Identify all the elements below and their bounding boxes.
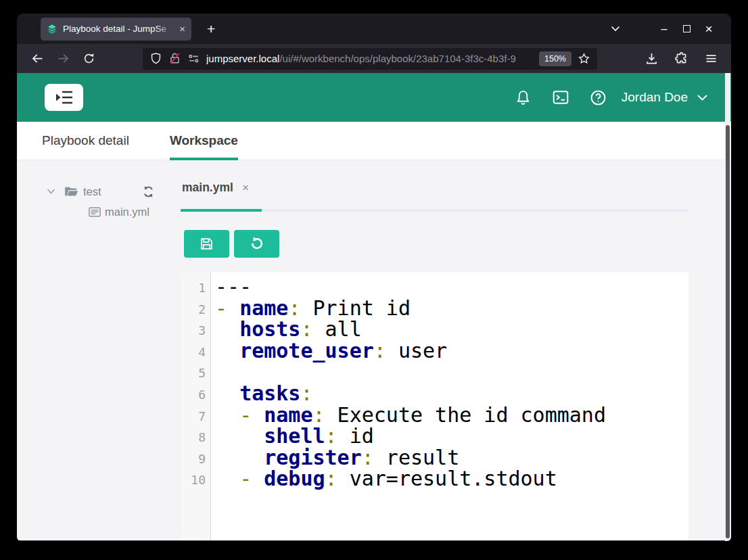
scrollbar-thumb[interactable] bbox=[726, 125, 730, 538]
window-maximize-button[interactable] bbox=[678, 20, 695, 38]
web-terminal-icon[interactable] bbox=[552, 89, 569, 106]
new-tab-button[interactable]: + bbox=[203, 20, 219, 37]
url-bar[interactable]: jumpserver.local/ui/#/workbench/ops/play… bbox=[143, 48, 597, 70]
code-line[interactable]: hosts: all bbox=[215, 319, 688, 340]
folder-open-icon bbox=[64, 186, 78, 197]
code-line[interactable]: register: result bbox=[215, 447, 688, 469]
editor-tab-underline-track bbox=[181, 209, 688, 212]
sidebar-toggle-icon bbox=[55, 90, 74, 105]
code-line[interactable]: --- bbox=[215, 276, 688, 298]
tab-list-chevron-icon[interactable] bbox=[607, 20, 624, 38]
notification-bell-icon[interactable] bbox=[515, 89, 532, 106]
url-host: jumpserver.local bbox=[206, 53, 279, 64]
line-number: 8 bbox=[181, 427, 206, 448]
editor-panel: main.yml × bbox=[181, 160, 688, 540]
editor-tab-underline bbox=[181, 209, 262, 212]
tab-workspace-label: Workspace bbox=[170, 133, 238, 148]
code-line[interactable] bbox=[215, 361, 688, 383]
help-icon[interactable] bbox=[590, 89, 607, 106]
editor-tab-close-icon[interactable]: × bbox=[242, 182, 249, 193]
tree-file-label: main.yml bbox=[105, 206, 149, 218]
reload-button[interactable] bbox=[78, 49, 99, 69]
tab-close-icon[interactable]: × bbox=[179, 24, 185, 34]
extensions-puzzle-icon[interactable] bbox=[670, 49, 692, 69]
line-number: 1 bbox=[181, 277, 206, 299]
code-line[interactable]: tasks: bbox=[215, 383, 688, 404]
editor-gutter: 12345678910 bbox=[181, 272, 211, 540]
line-number: 4 bbox=[181, 342, 206, 363]
tree-folder-row[interactable]: test bbox=[17, 183, 181, 200]
shield-icon[interactable] bbox=[149, 52, 162, 65]
bookmark-star-icon[interactable] bbox=[578, 52, 590, 65]
browser-tab-playbook-detail[interactable]: Playbook detail - JumpSe × bbox=[41, 18, 191, 41]
line-number: 6 bbox=[181, 384, 206, 406]
tree-folder-label: test bbox=[83, 185, 101, 198]
undo-icon bbox=[250, 236, 264, 251]
code-lines[interactable]: ---- name: Print id hosts: all remote_us… bbox=[211, 272, 688, 540]
app-header: Jordan Doe bbox=[17, 73, 731, 122]
workspace-content: test bbox=[17, 160, 731, 540]
tab-workspace[interactable]: Workspace bbox=[170, 122, 238, 160]
save-floppy-icon bbox=[200, 237, 214, 251]
tree-chevron-down-icon[interactable] bbox=[47, 189, 55, 194]
downloads-button[interactable] bbox=[640, 49, 662, 69]
browser-tab-title: Playbook detail - JumpSe bbox=[63, 24, 175, 34]
line-number: 10 bbox=[181, 469, 206, 491]
browser-toolbar: jumpserver.local/ui/#/workbench/ops/play… bbox=[17, 44, 731, 73]
user-chevron-down-icon[interactable] bbox=[697, 94, 708, 101]
menu-hamburger-icon[interactable] bbox=[700, 49, 722, 69]
url-text: jumpserver.local/ui/#/workbench/ops/play… bbox=[206, 53, 535, 64]
revert-button[interactable] bbox=[234, 230, 279, 258]
code-line[interactable]: remote_user: user bbox=[215, 340, 688, 362]
lock-broken-icon[interactable] bbox=[168, 52, 181, 65]
refresh-icon[interactable] bbox=[142, 185, 155, 198]
code-line[interactable]: - debug: var=result.stdout bbox=[215, 468, 688, 490]
window-minimize-button[interactable]: – bbox=[655, 20, 673, 38]
editor-tab-bar: main.yml × bbox=[181, 160, 688, 195]
line-number: 9 bbox=[181, 448, 206, 470]
code-line[interactable]: - name: Print id bbox=[215, 298, 688, 319]
line-number: 3 bbox=[181, 320, 206, 342]
save-button[interactable] bbox=[184, 230, 229, 258]
editor-tab-mainyml[interactable]: main.yml bbox=[182, 181, 233, 195]
desktop-background: Playbook detail - JumpSe × + – × bbox=[0, 0, 748, 560]
window-close-button[interactable]: × bbox=[700, 20, 718, 38]
tab-playbook-detail[interactable]: Playbook detail bbox=[42, 122, 129, 160]
line-number: 5 bbox=[181, 363, 206, 384]
line-number: 7 bbox=[181, 406, 206, 427]
code-line[interactable]: shell: id bbox=[215, 425, 688, 447]
maximize-icon bbox=[683, 25, 691, 32]
jumpserver-favicon-icon bbox=[47, 24, 57, 34]
file-icon bbox=[89, 207, 101, 217]
permissions-icon[interactable] bbox=[187, 52, 200, 65]
browser-tab-strip: Playbook detail - JumpSe × + – × bbox=[17, 14, 731, 44]
line-number: 2 bbox=[181, 299, 206, 321]
code-editor[interactable]: 12345678910 ---- name: Print id hosts: a… bbox=[181, 272, 688, 540]
zoom-level-badge[interactable]: 150% bbox=[539, 51, 571, 66]
code-line[interactable]: - name: Execute the id command bbox=[215, 404, 688, 426]
page-scrollbar[interactable] bbox=[725, 73, 730, 541]
browser-window: Playbook detail - JumpSe × + – × bbox=[17, 14, 731, 541]
sidebar-toggle-button[interactable] bbox=[45, 84, 83, 111]
page-tabs: Playbook detail Workspace bbox=[17, 122, 731, 160]
editor-toolbar bbox=[184, 230, 688, 258]
back-button[interactable] bbox=[26, 49, 48, 69]
forward-button[interactable] bbox=[52, 49, 74, 69]
tree-file-row[interactable]: main.yml bbox=[17, 203, 181, 220]
url-path: /ui/#/workbench/ops/playbook/23ab7104-3f… bbox=[279, 53, 515, 64]
user-menu[interactable]: Jordan Doe bbox=[622, 90, 688, 105]
